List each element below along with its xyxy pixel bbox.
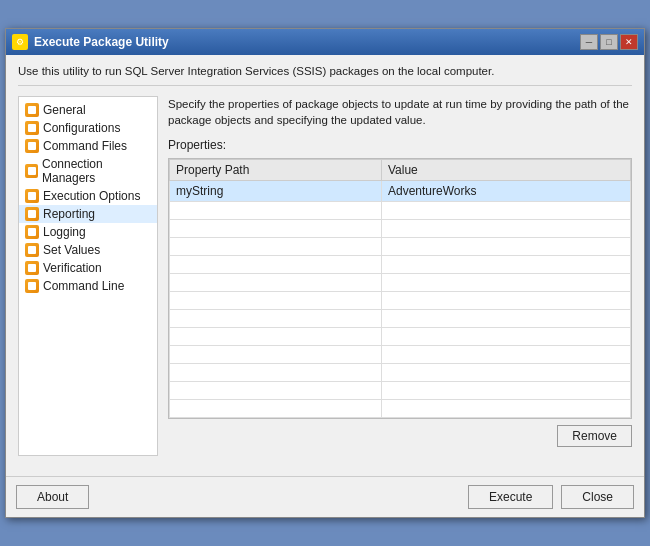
execution-options-icon (25, 189, 39, 203)
right-panel: Specify the properties of package object… (168, 96, 632, 456)
sidebar-label-command-line: Command Line (43, 279, 124, 293)
main-content: General Configurations Command Files Con… (18, 96, 632, 456)
sidebar-item-reporting[interactable]: Reporting (19, 205, 157, 223)
cell-value (381, 364, 630, 382)
properties-label: Properties: (168, 138, 632, 152)
cell-value (381, 238, 630, 256)
sidebar-item-connection-managers[interactable]: Connection Managers (19, 155, 157, 187)
window-title: Execute Package Utility (34, 35, 169, 49)
cell-value (381, 202, 630, 220)
cell-value (381, 328, 630, 346)
configurations-icon (25, 121, 39, 135)
sidebar-label-reporting: Reporting (43, 207, 95, 221)
sidebar-label-command-files: Command Files (43, 139, 127, 153)
window-icon: ⚙ (12, 34, 28, 50)
sidebar-item-execution-options[interactable]: Execution Options (19, 187, 157, 205)
cell-path (170, 364, 382, 382)
general-icon (25, 103, 39, 117)
set-values-icon (25, 243, 39, 257)
table-row[interactable] (170, 202, 631, 220)
cell-value (381, 346, 630, 364)
table-row[interactable] (170, 220, 631, 238)
cell-path: myString (170, 181, 382, 202)
cell-path (170, 274, 382, 292)
table-row[interactable]: myString AdventureWorks (170, 181, 631, 202)
cell-value (381, 274, 630, 292)
reporting-icon (25, 207, 39, 221)
main-window: ⚙ Execute Package Utility ─ □ ✕ Use this… (5, 28, 645, 518)
cell-value (381, 310, 630, 328)
command-line-icon (25, 279, 39, 293)
sidebar-label-general: General (43, 103, 86, 117)
table-row[interactable] (170, 346, 631, 364)
cell-path (170, 328, 382, 346)
cell-path (170, 382, 382, 400)
sidebar-item-set-values[interactable]: Set Values (19, 241, 157, 259)
sidebar-item-general[interactable]: General (19, 101, 157, 119)
window-body: Use this utility to run SQL Server Integ… (6, 55, 644, 466)
footer-left: About (16, 485, 89, 509)
sidebar-label-connection-managers: Connection Managers (42, 157, 151, 185)
execute-button[interactable]: Execute (468, 485, 553, 509)
table-row[interactable] (170, 274, 631, 292)
col-header-path: Property Path (170, 160, 382, 181)
minimize-button[interactable]: ─ (580, 34, 598, 50)
sidebar: General Configurations Command Files Con… (18, 96, 158, 456)
cell-value (381, 256, 630, 274)
cell-path (170, 202, 382, 220)
table-row[interactable] (170, 328, 631, 346)
sidebar-label-set-values: Set Values (43, 243, 100, 257)
sidebar-label-execution-options: Execution Options (43, 189, 140, 203)
cell-path (170, 256, 382, 274)
logging-icon (25, 225, 39, 239)
footer-right: Execute Close (468, 485, 634, 509)
connection-managers-icon (25, 164, 38, 178)
cell-path (170, 346, 382, 364)
title-bar: ⚙ Execute Package Utility ─ □ ✕ (6, 29, 644, 55)
properties-table: Property Path Value myString AdventureWo… (169, 159, 631, 418)
cell-value (381, 220, 630, 238)
panel-description: Specify the properties of package object… (168, 96, 632, 128)
title-buttons: ─ □ ✕ (580, 34, 638, 50)
about-button[interactable]: About (16, 485, 89, 509)
cell-path (170, 220, 382, 238)
table-row[interactable] (170, 382, 631, 400)
properties-table-wrapper: Property Path Value myString AdventureWo… (168, 158, 632, 419)
sidebar-label-configurations: Configurations (43, 121, 120, 135)
table-row[interactable] (170, 310, 631, 328)
sidebar-label-logging: Logging (43, 225, 86, 239)
table-row[interactable] (170, 400, 631, 418)
sidebar-item-configurations[interactable]: Configurations (19, 119, 157, 137)
table-row[interactable] (170, 292, 631, 310)
top-description: Use this utility to run SQL Server Integ… (18, 65, 632, 86)
close-button[interactable]: Close (561, 485, 634, 509)
remove-button[interactable]: Remove (557, 425, 632, 447)
footer: About Execute Close (6, 476, 644, 517)
table-row[interactable] (170, 238, 631, 256)
cell-path (170, 310, 382, 328)
table-row[interactable] (170, 364, 631, 382)
cell-value (381, 400, 630, 418)
remove-btn-area: Remove (168, 425, 632, 447)
sidebar-item-command-files[interactable]: Command Files (19, 137, 157, 155)
cell-path (170, 238, 382, 256)
cell-value: AdventureWorks (381, 181, 630, 202)
sidebar-item-logging[interactable]: Logging (19, 223, 157, 241)
sidebar-item-verification[interactable]: Verification (19, 259, 157, 277)
sidebar-label-verification: Verification (43, 261, 102, 275)
cell-value (381, 382, 630, 400)
close-button[interactable]: ✕ (620, 34, 638, 50)
cell-path (170, 400, 382, 418)
cell-path (170, 292, 382, 310)
maximize-button[interactable]: □ (600, 34, 618, 50)
sidebar-item-command-line[interactable]: Command Line (19, 277, 157, 295)
table-row[interactable] (170, 256, 631, 274)
verification-icon (25, 261, 39, 275)
cell-value (381, 292, 630, 310)
command-files-icon (25, 139, 39, 153)
col-header-value: Value (381, 160, 630, 181)
